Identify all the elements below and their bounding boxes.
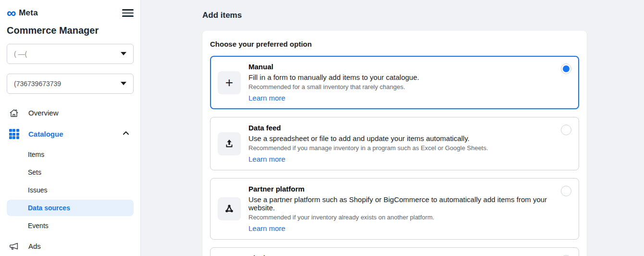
home-icon: [9, 108, 19, 118]
option-radio[interactable]: [561, 64, 571, 74]
option-title: Manual: [248, 63, 549, 71]
option-radio[interactable]: [561, 186, 571, 196]
menu-hamburger-icon[interactable]: [122, 6, 134, 20]
plus-icon: +: [218, 71, 241, 94]
sidebar-item-overview[interactable]: Overview: [7, 102, 134, 124]
sidebar-item-ads[interactable]: Ads: [7, 236, 134, 256]
chevron-up-icon[interactable]: [122, 129, 130, 139]
card-heading: Choose your preferred option: [210, 40, 579, 48]
page-title: Add items: [202, 11, 644, 20]
catalogue-selector[interactable]: (736739673739: [7, 74, 134, 94]
sidebar-item-items[interactable]: Items: [7, 146, 134, 163]
grid-icon: [9, 129, 19, 140]
network-icon: [218, 197, 241, 220]
option-recommendation: Recommended for a small inventory that r…: [248, 83, 549, 90]
option-title: Data feed: [248, 124, 549, 132]
sidebar-item-label: Catalogue: [28, 130, 63, 138]
catalogue-sub-list: Items Sets Issues Data sources Events: [7, 146, 134, 234]
chevron-down-icon: [121, 52, 126, 55]
business-selector[interactable]: ( —(: [7, 44, 134, 64]
option-description: Fill in a form to manually add items to …: [248, 73, 549, 81]
option-recommendation: Recommended if your inventory already ex…: [248, 214, 549, 221]
business-selector-value: ( —(: [14, 50, 27, 58]
main-content: Add items Choose your preferred option +…: [141, 0, 644, 256]
meta-infinity-icon: ∞: [7, 8, 16, 18]
app-title: Commerce Manager: [7, 25, 134, 36]
sidebar-item-label: Overview: [28, 109, 59, 117]
sidebar-nav: Overview Catalogue Items Sets Issues Dat…: [7, 102, 134, 256]
option-description: Use a partner platform such as Shopify o…: [248, 195, 549, 212]
option-recommendation: Recommended if you manage inventory in a…: [248, 144, 549, 152]
option-partner-platform[interactable]: Partner platform Use a partner platform …: [210, 178, 579, 240]
option-pixel[interactable]: </> Pixel Use your Facebook pixel to aut…: [210, 247, 579, 256]
sidebar-item-data-sources[interactable]: Data sources: [7, 200, 134, 216]
sidebar-item-label: Ads: [28, 242, 41, 250]
megaphone-icon: [9, 241, 19, 252]
learn-more-link[interactable]: Learn more: [248, 94, 285, 102]
meta-logo: ∞ Meta: [7, 8, 38, 18]
options-card: Choose your preferred option + Manual Fi…: [202, 31, 587, 256]
option-manual[interactable]: + Manual Fill in a form to manually add …: [210, 56, 579, 109]
upload-icon: [218, 132, 241, 155]
option-title: Partner platform: [248, 185, 549, 193]
catalogue-selector-value: (736739673739: [14, 80, 61, 88]
sidebar-item-issues[interactable]: Issues: [7, 182, 134, 198]
chevron-down-icon: [121, 82, 126, 85]
option-title: Pixel: [248, 254, 549, 256]
option-radio[interactable]: [561, 125, 571, 135]
option-description: Use a spreadsheet or file to add and upd…: [248, 134, 549, 142]
learn-more-link[interactable]: Learn more: [248, 224, 285, 232]
sidebar-item-catalogue[interactable]: Catalogue: [7, 124, 134, 145]
sidebar: ∞ Meta Commerce Manager ( —( (7367396737…: [0, 0, 141, 256]
sidebar-item-events[interactable]: Events: [7, 218, 134, 234]
sidebar-item-sets[interactable]: Sets: [7, 164, 134, 180]
meta-logo-text: Meta: [19, 8, 38, 18]
option-data-feed[interactable]: Data feed Use a spreadsheet or file to a…: [210, 117, 579, 170]
learn-more-link[interactable]: Learn more: [248, 155, 285, 163]
